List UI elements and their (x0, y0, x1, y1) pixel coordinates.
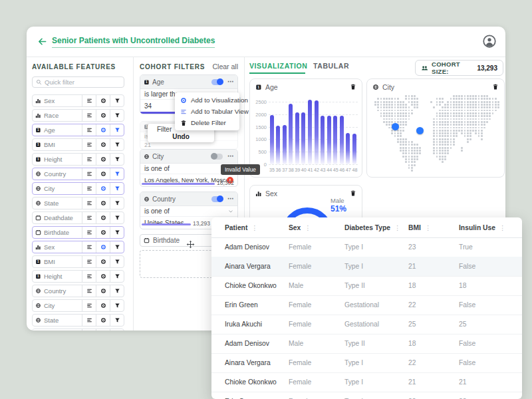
table-row[interactable]: Erin GreenFemaleGestational22False (211, 295, 522, 315)
add-to-tabular-button[interactable] (82, 183, 96, 194)
user-avatar-icon[interactable] (483, 35, 496, 48)
add-filter-button[interactable] (110, 271, 124, 282)
city-marker-los-angeles[interactable] (392, 123, 399, 130)
add-to-tabular-button[interactable] (82, 285, 96, 297)
add-filter-button[interactable] (110, 168, 124, 180)
filter-menu-button[interactable]: ⋯ (227, 196, 234, 202)
add-to-tabular-button[interactable] (82, 300, 96, 311)
add-to-visualization-button[interactable] (96, 95, 110, 106)
bar-age-38[interactable] (289, 104, 293, 164)
add-to-tabular-button[interactable] (82, 315, 96, 326)
bar-age-39[interactable] (295, 112, 299, 164)
feature-row-state[interactable]: State (32, 197, 124, 209)
add-to-visualization-button[interactable] (96, 110, 110, 121)
bar-age-47[interactable] (346, 133, 350, 164)
feature-row-sex[interactable]: Sex (32, 241, 124, 253)
trash-icon[interactable] (350, 190, 356, 197)
add-to-tabular-button[interactable] (82, 168, 96, 180)
tab-tabular[interactable]: TABULAR (313, 62, 349, 70)
trash-icon[interactable] (492, 83, 499, 90)
table-row[interactable]: Ainara VergaraFemaleType I22False (211, 353, 522, 373)
bar-age-48[interactable] (352, 134, 356, 164)
table-row[interactable]: Chioke OkonkwoMaleType II1818 (211, 276, 522, 296)
bar-age-40[interactable] (301, 112, 305, 164)
add-to-visualization-button[interactable] (96, 168, 110, 180)
city-marker-new-york[interactable] (416, 127, 424, 134)
add-to-tabular-button[interactable] (82, 329, 96, 331)
add-to-tabular-button[interactable] (82, 198, 96, 209)
table-row[interactable]: Erin GreenFemaleType I2222 (211, 392, 522, 399)
add-to-visualization-button[interactable] (96, 300, 110, 311)
add-filter-button[interactable] (110, 256, 124, 267)
bar-age-45[interactable] (333, 116, 337, 164)
bar-age-42[interactable] (315, 100, 319, 164)
add-filter-button[interactable] (110, 110, 124, 121)
feature-row-city[interactable]: City (32, 299, 124, 312)
add-to-tabular-button[interactable] (82, 256, 96, 267)
feature-row-state[interactable]: State (32, 314, 124, 327)
add-filter-button[interactable] (110, 198, 124, 209)
add-to-visualization-button[interactable] (96, 241, 110, 253)
clear-all-button[interactable]: Clear all (212, 63, 238, 70)
feature-row-sex[interactable]: Sex (32, 94, 124, 107)
feature-row-race[interactable]: Race (32, 109, 124, 122)
filter-enable-toggle[interactable] (211, 154, 223, 160)
filter-menu-button[interactable]: ⋯ (227, 78, 234, 85)
table-row[interactable]: Adam DenisovFemaleType I23True (211, 237, 522, 257)
feature-row-bmi[interactable]: 1BMI (32, 138, 124, 151)
filter-menu-button[interactable]: ⋯ (227, 153, 234, 160)
filter-enable-toggle[interactable] (211, 79, 223, 85)
add-filter-button[interactable] (110, 300, 124, 311)
add-to-tabular-button[interactable] (82, 212, 96, 223)
add-filter-button[interactable] (110, 183, 124, 194)
add-to-tabular-button[interactable] (82, 227, 96, 238)
add-to-visualization-button[interactable] (96, 315, 110, 326)
quick-filter-input[interactable]: Quick filter (32, 76, 124, 88)
filter-enable-toggle[interactable] (211, 196, 223, 202)
add-filter-button[interactable] (110, 139, 124, 150)
bar-age-43[interactable] (321, 116, 325, 164)
back-arrow-icon[interactable] (37, 37, 47, 47)
feature-row-birthdate[interactable]: Birthdate (32, 226, 124, 239)
feature-row-bmi[interactable]: 1BMI (32, 255, 124, 268)
add-to-visualization-button[interactable] (96, 183, 110, 194)
bar-age-46[interactable] (340, 116, 344, 164)
add-filter-button[interactable] (110, 212, 124, 223)
add-to-visualization-button[interactable] (96, 212, 110, 223)
add-to-tabular-button[interactable] (82, 241, 96, 253)
add-to-tabular-button[interactable] (82, 139, 96, 150)
feature-row-deathdate[interactable]: Deathdate (32, 211, 124, 224)
bar-age-37[interactable] (283, 125, 287, 164)
add-to-visualization-button[interactable] (96, 271, 110, 282)
column-menu-icon[interactable]: ⋮ (499, 224, 506, 231)
table-row[interactable]: Ainara VergaraFemaleType I21False (211, 257, 522, 277)
feature-row-city[interactable]: City (32, 182, 124, 195)
feature-row-deathdate[interactable]: Deathdate (32, 329, 124, 331)
feature-row-height[interactable]: 1Height (32, 153, 124, 166)
table-row[interactable]: Iruka AkuchiFemaleGestational2525 (211, 315, 522, 334)
add-filter-button[interactable] (110, 154, 124, 165)
add-filter-button[interactable] (110, 285, 124, 297)
add-filter-button[interactable] (110, 124, 124, 136)
add-to-visualization-button[interactable] (96, 285, 110, 297)
menu-item-add-to-visualization[interactable]: Add to Visualization (175, 94, 239, 106)
undo-button[interactable]: Undo (148, 133, 214, 140)
add-to-visualization-button[interactable] (96, 154, 110, 165)
operator-select[interactable]: is one of (140, 206, 237, 217)
add-to-tabular-button[interactable] (82, 110, 96, 121)
column-menu-icon[interactable]: ⋮ (251, 224, 258, 231)
add-to-tabular-button[interactable] (82, 124, 96, 136)
add-filter-button[interactable] (110, 315, 124, 326)
column-menu-icon[interactable]: ⋮ (305, 224, 311, 231)
add-filter-button[interactable] (110, 241, 124, 253)
add-filter-button[interactable] (110, 95, 124, 106)
add-to-tabular-button[interactable] (82, 154, 96, 165)
bar-age-41[interactable] (308, 100, 312, 164)
add-to-visualization-button[interactable] (96, 198, 110, 209)
menu-item-delete-filter[interactable]: Delete Filter (175, 117, 239, 128)
menu-item-add-to-tabular-view[interactable]: Add to Tabular View (175, 106, 239, 117)
add-to-visualization-button[interactable] (96, 227, 110, 238)
table-row[interactable]: Adam DenisovMaleType II18False (211, 334, 522, 354)
feature-row-country[interactable]: Country (32, 168, 124, 180)
add-filter-button[interactable] (110, 227, 124, 238)
